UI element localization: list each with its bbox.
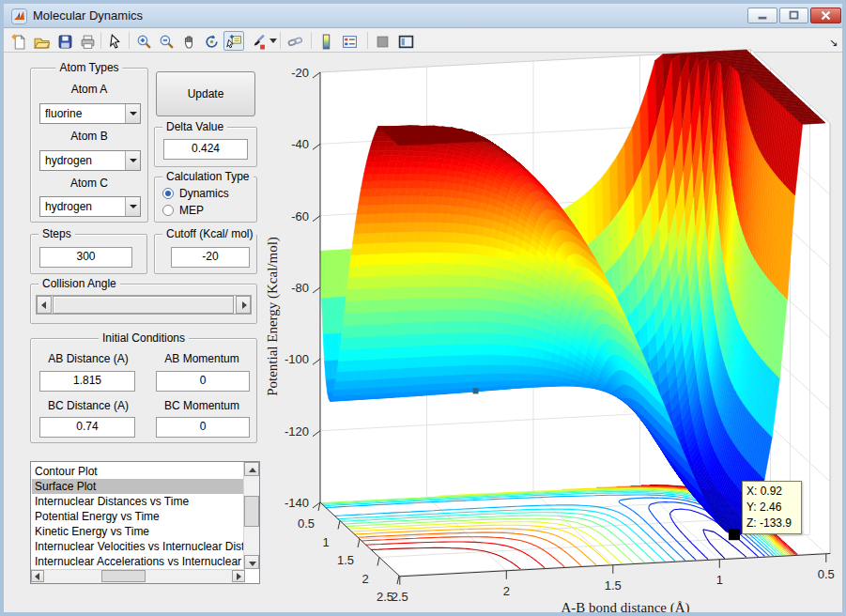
datatip-marker[interactable] (729, 529, 740, 540)
list-item[interactable]: Surface Plot (32, 479, 244, 494)
svg-text:2.5: 2.5 (392, 590, 408, 604)
bc-distance-field[interactable]: 0.74 (39, 417, 135, 438)
slider-thumb[interactable] (53, 296, 234, 314)
svg-text:2.5: 2.5 (377, 590, 393, 604)
ab-momentum-field[interactable]: 0 (156, 371, 250, 392)
dynamics-radio[interactable] (162, 188, 174, 199)
app-window: -20-40-60-80-100-120-1402.521.510.50.511… (0, 0, 846, 616)
steps-field[interactable]: 300 (39, 247, 132, 268)
delta-value-title: Delta Value (162, 120, 227, 133)
cutoff-field[interactable]: -20 (171, 247, 250, 268)
slider-right-arrow[interactable] (236, 296, 251, 314)
bc-distance-label: BC Distance (A) (39, 399, 137, 412)
slider-left-arrow[interactable] (37, 296, 52, 314)
bc-momentum-label: BC Momentum (154, 399, 250, 412)
scroll-down-button[interactable] (244, 555, 259, 569)
svg-text:1.5: 1.5 (337, 553, 354, 567)
list-item[interactable]: Potential Energy vs Time (32, 509, 244, 524)
update-button[interactable]: Update (156, 71, 255, 116)
svg-text:1: 1 (322, 535, 329, 549)
svg-text:1: 1 (716, 573, 723, 587)
ab-distance-label: AB Distance (A) (39, 352, 137, 365)
atom-a-value: fluorine (45, 107, 82, 120)
datatip-x: X: 0.92 (746, 484, 797, 500)
svg-text:-40: -40 (291, 137, 309, 151)
atom-types-title: Atom Types (55, 61, 122, 74)
datatip-y: Y: 2.46 (746, 500, 797, 516)
delta-value-field[interactable]: 0.424 (163, 139, 248, 160)
dropdown-arrow-icon[interactable] (125, 151, 140, 170)
horizontal-scroll-thumb[interactable] (101, 570, 146, 582)
dynamics-radio-label[interactable]: Dynamics (179, 187, 229, 200)
collision-angle-slider[interactable] (36, 295, 252, 315)
atom-a-label: Atom A (39, 83, 139, 96)
svg-text:-120: -120 (285, 424, 309, 439)
svg-text:0.5: 0.5 (298, 516, 315, 531)
collision-angle-title: Collision Angle (38, 277, 120, 290)
atom-c-label: Atom C (39, 177, 139, 190)
atom-b-label: Atom B (39, 130, 139, 143)
atom-c-dropdown[interactable]: hydrogen (39, 196, 141, 217)
atom-a-dropdown[interactable]: fluorine (39, 103, 141, 124)
svg-text:0.5: 0.5 (818, 567, 835, 581)
list-item[interactable]: Kinetic Energy vs Time (32, 524, 244, 539)
scroll-left-button[interactable] (31, 570, 44, 582)
calculation-type-title: Calculation Type (162, 170, 254, 183)
svg-text:-20: -20 (291, 66, 309, 80)
steps-title: Steps (38, 227, 75, 240)
atom-b-value: hydrogen (45, 154, 92, 167)
ab-distance-field[interactable]: 1.815 (39, 371, 135, 392)
ab-momentum-label: AB Momentum (154, 352, 250, 365)
initial-conditions-title: Initial Conditions (99, 331, 189, 345)
vertical-scrollbar[interactable] (243, 462, 259, 569)
vertical-scroll-thumb[interactable] (244, 496, 259, 527)
atom-b-dropdown[interactable]: hydrogen (39, 150, 141, 171)
svg-text:2: 2 (361, 572, 368, 586)
datatip: X: 0.92 Y: 2.46 Z: -133.9 (742, 481, 802, 534)
dropdown-arrow-icon[interactable] (125, 197, 140, 216)
list-item[interactable]: Internuclear Velocities vs Internuclear … (32, 539, 244, 554)
list-item[interactable]: Contour Plot (32, 464, 244, 479)
trajectory-marker (473, 388, 479, 393)
scroll-right-button[interactable] (232, 570, 245, 582)
list-item[interactable]: Internuclear Accelerations vs Internucle… (32, 554, 244, 569)
mep-radio-label[interactable]: MEP (179, 204, 204, 217)
cutoff-title: Cutoff (Kcal/ mol) (162, 227, 256, 240)
svg-text:2: 2 (503, 584, 510, 598)
dropdown-arrow-icon[interactable] (125, 104, 140, 123)
svg-text:-140: -140 (285, 496, 309, 510)
plot-type-listbox[interactable]: Contour Plot Surface Plot Internuclear D… (30, 461, 260, 584)
atom-c-value: hydrogen (45, 200, 92, 213)
list-item[interactable]: Internuclear Distances vs Time (32, 494, 244, 509)
bc-momentum-field[interactable]: 0 (156, 417, 250, 438)
svg-text:-80: -80 (291, 281, 309, 295)
datatip-z: Z: -133.9 (746, 516, 797, 531)
svg-text:-60: -60 (291, 209, 309, 223)
x-axis-label: A-B bond distance (Å) (561, 600, 689, 616)
z-axis-label: Potential Energy (Kcal/mol) (265, 237, 281, 396)
svg-text:1.5: 1.5 (605, 578, 622, 593)
horizontal-scrollbar[interactable] (31, 569, 245, 583)
scroll-up-button[interactable] (244, 462, 259, 476)
svg-text:-100: -100 (285, 352, 309, 366)
mep-radio[interactable] (162, 205, 174, 216)
